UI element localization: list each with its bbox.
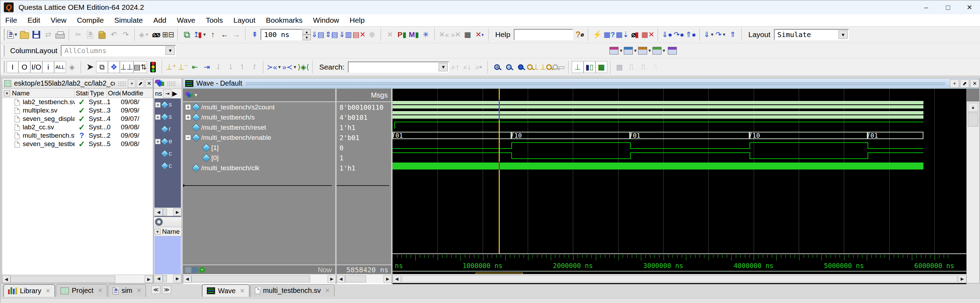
- list-item[interactable]: +s: [154, 111, 181, 123]
- tab-multi-testbench[interactable]: multi_testbench.sv✕: [250, 284, 334, 297]
- wave-config-4-icon[interactable]: ⌀▮: [629, 29, 641, 41]
- scroll-right-icon[interactable]: ▶: [958, 275, 966, 283]
- layout-windows-2-button[interactable]: ▼: [624, 45, 638, 57]
- scroll-right-icon[interactable]: ▶: [145, 275, 153, 283]
- print-button[interactable]: [54, 29, 66, 41]
- signal-value[interactable]: 0: [337, 143, 391, 153]
- compile-icon[interactable]: ◈▼: [138, 29, 150, 41]
- scroll-up-icon[interactable]: ▲: [968, 103, 978, 112]
- column-header-type[interactable]: Type: [89, 89, 107, 97]
- save-button[interactable]: [30, 29, 42, 41]
- menu-add[interactable]: Add: [153, 16, 166, 24]
- redo-button[interactable]: ↷: [120, 29, 132, 41]
- zoom-in-button[interactable]: +: [491, 61, 503, 73]
- menu-tools[interactable]: Tools: [206, 16, 223, 24]
- search-up-icon[interactable]: ⌕↑: [449, 61, 461, 73]
- project-panel-header[interactable]: esktop/e155lab2/lab2_cc/lab2_cc_sim1 ＋ ⬈…: [2, 78, 153, 89]
- enable-bus-segment[interactable]: 10: [511, 132, 630, 139]
- zoom-range-icon[interactable]: ▭: [552, 61, 565, 73]
- menu-layout[interactable]: Layout: [233, 16, 255, 24]
- wave-view-icon[interactable]: ▮▯: [584, 61, 595, 73]
- tab-close-icon[interactable]: ✕: [137, 287, 142, 294]
- new-file-button[interactable]: ▼: [6, 29, 19, 41]
- pan-mode-button[interactable]: ✥: [108, 61, 120, 73]
- layout-windows-3-button[interactable]: ▼: [638, 45, 652, 57]
- menu-window[interactable]: Window: [313, 16, 339, 24]
- scroll-thumb[interactable]: [163, 209, 167, 215]
- project-hscrollbar[interactable]: ◀ ▶: [2, 275, 153, 283]
- waveform-s2count[interactable]: [393, 100, 966, 110]
- scroll-thumb[interactable]: [968, 113, 978, 126]
- next-falling-edge-icon[interactable]: ⇂: [224, 61, 237, 73]
- waveform-enable-bit1[interactable]: [393, 140, 966, 151]
- edge-yellow-1-icon[interactable]: ⎍: [625, 61, 637, 73]
- tab-close-icon[interactable]: ✕: [240, 287, 245, 295]
- menu-compile[interactable]: Compile: [77, 16, 104, 24]
- prev-rising-edge-icon[interactable]: ↿: [237, 61, 248, 73]
- ports-out-button[interactable]: O: [19, 61, 30, 73]
- enable-bus-segment[interactable]: 10: [749, 132, 867, 139]
- panel-grip[interactable]: [118, 81, 127, 86]
- search-down-icon[interactable]: ⌕↓: [461, 61, 473, 73]
- search-combobox[interactable]: ▼: [348, 62, 449, 73]
- copy-button[interactable]: [84, 29, 96, 41]
- wave-config-1-icon[interactable]: ⚡: [591, 29, 603, 41]
- signal-name-row[interactable]: /multi_testbench/clk: [183, 163, 335, 173]
- run-length-field[interactable]: 100 ns: [261, 29, 302, 40]
- help-find-icon[interactable]: ?⌀: [573, 29, 585, 41]
- scroll-thumb[interactable]: [191, 275, 310, 282]
- ports-all-button[interactable]: ALL: [54, 61, 66, 73]
- signal-value[interactable]: 2'b01: [337, 132, 391, 143]
- spin-down-icon[interactable]: ▼: [302, 35, 311, 40]
- run-button[interactable]: ⇓▤: [311, 29, 325, 41]
- delete-cursor-button[interactable]: ⊥⁻: [177, 61, 189, 73]
- signal-name-row[interactable]: +/multi_testbench/s: [183, 112, 335, 122]
- objects-panel-header[interactable]: [154, 78, 181, 89]
- layout-windows-1-button[interactable]: ▼: [609, 45, 624, 57]
- cursor-mode-button[interactable]: ⊥⊥: [120, 61, 134, 73]
- prev-transition-button[interactable]: ⇤: [189, 61, 201, 73]
- menu-help[interactable]: Help: [350, 16, 364, 24]
- forward-button[interactable]: →: [231, 29, 242, 41]
- search-dropdown-icon[interactable]: ▼: [439, 63, 448, 71]
- close-button[interactable]: ✕: [959, 0, 980, 14]
- columnlayout-combobox[interactable]: AllColumns ▼: [61, 45, 176, 56]
- scroll-thumb[interactable]: [402, 275, 957, 282]
- next-error-icon[interactable]: »✕: [450, 29, 462, 41]
- table-row[interactable]: multiplex.sv ✓ Syst...309/09/: [2, 106, 153, 115]
- list-item[interactable]: c: [154, 147, 181, 160]
- signal-name-row[interactable]: −/multi_testbench/enable: [183, 132, 335, 143]
- zoom-out-button[interactable]: −: [503, 61, 515, 73]
- waveform-reset[interactable]: [393, 120, 966, 130]
- single-cursor-icon[interactable]: ⊥: [572, 61, 584, 73]
- column-header-name[interactable]: ▼ Name: [2, 89, 75, 97]
- collapse-time-button[interactable]: »≺▼: [282, 61, 297, 73]
- tab-scroll-left-icon[interactable]: ≪: [151, 285, 160, 294]
- project-add-button[interactable]: ＋: [128, 79, 135, 88]
- pause-hand-icon[interactable]: ✳: [420, 29, 432, 41]
- help-search-input[interactable]: [514, 29, 573, 40]
- menu-view[interactable]: View: [51, 16, 66, 24]
- filter-icon[interactable]: ▼: [4, 90, 10, 96]
- list-item[interactable]: +e: [154, 135, 181, 147]
- signal-value[interactable]: 4'b0101: [337, 112, 391, 122]
- expand-icon[interactable]: +: [185, 114, 191, 120]
- tab-project[interactable]: Project✕: [56, 284, 107, 297]
- signal-name-row[interactable]: /multi_testbench/reset: [183, 122, 335, 132]
- panel-grip[interactable]: [167, 81, 175, 86]
- restore-defaults-icon[interactable]: ⇞: [249, 29, 261, 41]
- run-length-spinner[interactable]: ▲▼: [302, 29, 311, 40]
- pattern-icon[interactable]: ▩: [614, 61, 625, 73]
- wave-add-button[interactable]: ＋: [950, 79, 959, 88]
- objects-filter-button[interactable]: ⇥: [163, 89, 172, 98]
- signal-name-row[interactable]: [1]: [183, 143, 335, 153]
- up-scope-button[interactable]: ↑: [207, 29, 219, 41]
- processes-hscrollbar[interactable]: ◀ ▶: [154, 274, 181, 282]
- waveform-area[interactable]: 0110011001 ns1000000 ns2000000 ns3000000…: [393, 89, 966, 283]
- checkpoint-icon[interactable]: ▦: [462, 29, 474, 41]
- scroll-left-icon[interactable]: ◀: [337, 275, 345, 283]
- find-button[interactable]: ⌀⌀: [150, 29, 162, 41]
- table-row[interactable]: lab2_testbench.sv ✓ Syst...109/08/: [2, 98, 153, 106]
- tab-sim[interactable]: sim✕: [108, 284, 146, 297]
- project-close-button[interactable]: ✕: [145, 79, 153, 88]
